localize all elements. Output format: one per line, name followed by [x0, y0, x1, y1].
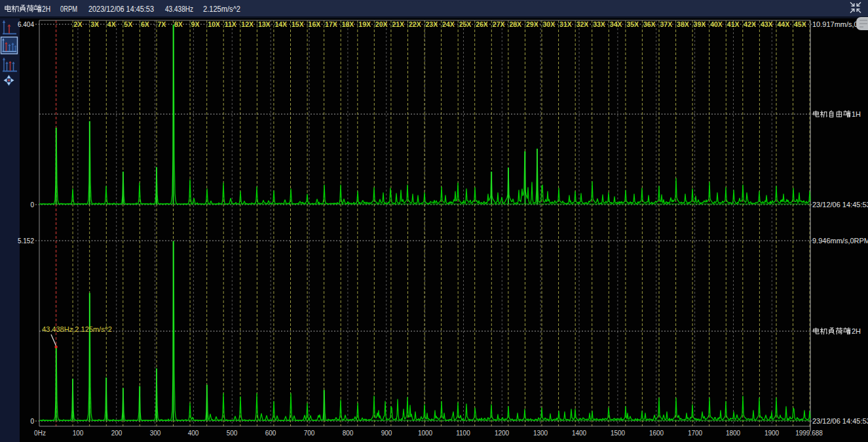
svg-text:33X: 33X	[593, 20, 605, 28]
svg-text:1999.688: 1999.688	[795, 430, 823, 437]
svg-text:1700: 1700	[688, 430, 703, 437]
svg-text:43.438Hz: 43.438Hz	[165, 5, 193, 14]
svg-text:100: 100	[73, 430, 84, 437]
svg-text:900: 900	[381, 430, 392, 437]
svg-text:37X: 37X	[660, 20, 673, 28]
svg-text:1600: 1600	[649, 430, 664, 437]
svg-text:0: 0	[30, 418, 34, 425]
svg-text:1400: 1400	[572, 430, 587, 437]
svg-text:8X: 8X	[174, 20, 183, 28]
svg-text:1500: 1500	[611, 430, 626, 437]
svg-text:35X: 35X	[626, 20, 639, 28]
svg-text:700: 700	[304, 430, 315, 437]
svg-text:1100: 1100	[456, 430, 470, 437]
svg-text:41X: 41X	[727, 20, 740, 28]
svg-text:43.438Hz,2.125m/s^2: 43.438Hz,2.125m/s^2	[42, 325, 112, 333]
svg-text:5.152: 5.152	[18, 237, 34, 245]
svg-text:1200: 1200	[495, 430, 510, 437]
svg-text:17X: 17X	[325, 20, 337, 28]
svg-text:36X: 36X	[643, 20, 656, 28]
svg-text:30X: 30X	[543, 20, 556, 28]
svg-text:42X: 42X	[744, 20, 756, 28]
svg-text:9X: 9X	[191, 20, 200, 28]
svg-text:43X: 43X	[761, 20, 773, 28]
svg-text:2H: 2H	[852, 327, 861, 335]
svg-text:39X: 39X	[694, 20, 706, 28]
svg-text:45X: 45X	[794, 20, 806, 28]
svg-text:19X: 19X	[358, 20, 371, 28]
svg-text:7X: 7X	[158, 20, 166, 28]
svg-text:2023/12/06 14:45:53: 2023/12/06 14:45:53	[88, 5, 154, 14]
svg-text:32X: 32X	[576, 20, 589, 28]
svg-text:23/12/06 14:45:53: 23/12/06 14:45:53	[812, 201, 868, 209]
svg-text:34X: 34X	[610, 20, 622, 28]
svg-text:4X: 4X	[107, 20, 116, 28]
svg-text:25X: 25X	[459, 20, 472, 28]
svg-text:3X: 3X	[90, 20, 99, 28]
svg-text:0RPM: 0RPM	[60, 5, 77, 14]
svg-text:13X: 13X	[258, 20, 271, 28]
svg-text:21X: 21X	[392, 20, 404, 28]
svg-text:300: 300	[150, 430, 161, 437]
svg-text:14X: 14X	[274, 20, 287, 28]
svg-text:20X: 20X	[375, 20, 388, 28]
svg-text:6.404: 6.404	[18, 21, 34, 28]
svg-text:6X: 6X	[141, 20, 149, 28]
svg-text:2X: 2X	[74, 20, 83, 28]
svg-text:200: 200	[111, 430, 123, 437]
svg-text:31X: 31X	[559, 20, 572, 28]
svg-text:11X: 11X	[225, 20, 236, 28]
svg-text:15X: 15X	[292, 20, 304, 28]
svg-text:0: 0	[30, 201, 34, 209]
svg-text:27X: 27X	[493, 20, 505, 28]
svg-text:600: 600	[265, 430, 276, 437]
svg-text:1300: 1300	[533, 430, 548, 437]
svg-text:28X: 28X	[509, 20, 521, 28]
svg-text:5X: 5X	[124, 20, 132, 28]
svg-text:1800: 1800	[726, 430, 741, 437]
svg-text:22X: 22X	[409, 20, 421, 28]
svg-text:23X: 23X	[426, 20, 438, 28]
svg-text:26X: 26X	[476, 20, 488, 28]
svg-text:9.946mm/s,0RPM: 9.946mm/s,0RPM	[812, 237, 868, 245]
svg-text:40X: 40X	[710, 20, 723, 28]
svg-text:1H: 1H	[852, 110, 861, 118]
svg-text:1900: 1900	[764, 430, 780, 437]
svg-text:2H: 2H	[42, 5, 50, 14]
svg-text:10X: 10X	[208, 20, 220, 28]
svg-text:400: 400	[188, 430, 199, 437]
svg-text:38X: 38X	[677, 20, 689, 28]
svg-text:16X: 16X	[309, 20, 321, 28]
svg-text:800: 800	[343, 430, 354, 437]
svg-text:12X: 12X	[241, 20, 254, 28]
svg-text:44X: 44X	[778, 20, 790, 28]
svg-text:2.125m/s^2: 2.125m/s^2	[203, 5, 240, 14]
svg-text:1000: 1000	[418, 430, 433, 437]
svg-text:500: 500	[227, 430, 238, 437]
svg-text:18X: 18X	[342, 20, 354, 28]
svg-text:29X: 29X	[526, 20, 538, 28]
svg-text:24X: 24X	[442, 20, 455, 28]
svg-text:0Hz: 0Hz	[34, 430, 46, 437]
svg-text:23/12/06 14:45:53: 23/12/06 14:45:53	[812, 417, 868, 425]
